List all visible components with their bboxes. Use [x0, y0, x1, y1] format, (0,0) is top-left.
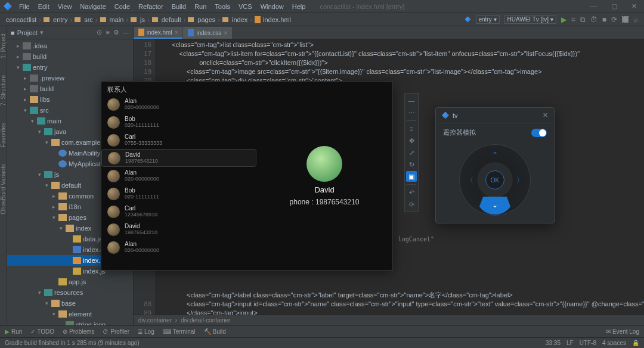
menu-help[interactable]: Help [289, 2, 309, 11]
gutter-tab-variants[interactable]: OhosBuild Variants [0, 161, 7, 217]
minimize-icon[interactable]: — [587, 1, 600, 11]
contact-row[interactable]: Bob020-11111111 [101, 113, 256, 131]
close-icon[interactable]: × [224, 30, 227, 36]
remote-toggle[interactable] [531, 129, 547, 137]
dpad-up[interactable]: ⌃ [490, 150, 500, 160]
gutter-tab-structure[interactable]: 7: Structure [0, 73, 7, 108]
crumb[interactable]: pages [197, 16, 215, 23]
dpad-ok[interactable]: OK [485, 170, 504, 189]
tree-item[interactable]: app.js [7, 276, 133, 287]
contact-row[interactable]: David19876543210 [101, 220, 256, 238]
previewer-toolbar: — ⋯ ≡ ✥ ⤢ ↻ ▣ ↶ ⟳ [404, 93, 419, 212]
locate-icon[interactable]: ⊙ [97, 29, 102, 36]
tree-label: .preview [40, 74, 64, 82]
contact-row[interactable]: Bob020-11111111 [101, 185, 256, 203]
close-icon[interactable]: × [175, 29, 178, 36]
prev-move-icon[interactable]: ✥ [406, 135, 417, 146]
crumb-file[interactable]: index.hml [263, 16, 291, 23]
dpad-left[interactable]: 〈 [465, 175, 475, 185]
menu-view[interactable]: View [54, 2, 76, 11]
menu-navigate[interactable]: Navigate [76, 2, 109, 11]
prev-zoom-icon[interactable]: ⤢ [406, 147, 417, 158]
status-enc[interactable]: UTF-8 [580, 340, 596, 346]
run-icon[interactable]: ▶ [561, 15, 566, 24]
tool-log[interactable]: ≣Log [138, 328, 154, 335]
status-pos[interactable]: 33:35 [546, 340, 561, 346]
crumb[interactable]: main [110, 16, 124, 23]
stop-icon[interactable]: ■ [602, 15, 606, 24]
status-lock-icon[interactable]: 🔒 [632, 340, 639, 346]
menu-file[interactable]: File [16, 2, 33, 11]
prev-rotate-icon[interactable]: ↻ [406, 159, 417, 170]
crumb[interactable]: index [232, 16, 247, 23]
contact-list-pane: 联系人 Alan020-00000000Bob020-11111111Carl0… [101, 82, 256, 270]
tool-run[interactable]: ▶Run [5, 328, 22, 335]
tree-item[interactable]: entry [7, 62, 133, 73]
menu-run[interactable]: Run [191, 2, 210, 11]
tree-item[interactable]: base [7, 298, 133, 309]
tool-problems[interactable]: ⊘Problems [63, 328, 94, 335]
contact-row[interactable]: Alan020-00000000 [101, 95, 256, 113]
coverage-icon[interactable]: ⧉ [580, 15, 586, 24]
contact-row[interactable]: David19876543210 [101, 149, 256, 167]
tool-terminal[interactable]: ⌨Terminal [163, 328, 196, 335]
search-icon[interactable]: ⌕ [634, 15, 638, 24]
status-lf[interactable]: LF [566, 340, 574, 346]
maximize-icon[interactable]: ▢ [608, 1, 621, 11]
hide-icon[interactable]: — [123, 29, 129, 36]
prev-refresh-icon[interactable]: ⟳ [406, 199, 417, 210]
tree-item[interactable]: build [7, 51, 133, 62]
menu-edit[interactable]: Edit [35, 2, 53, 11]
file-icon [138, 29, 144, 36]
contact-row[interactable]: Carl0755-33333333 [101, 131, 256, 149]
contact-row[interactable]: Carl12345678910 [101, 203, 256, 220]
tool-eventlog[interactable]: ✉Event Log [606, 328, 639, 335]
close-icon[interactable]: ✕ [543, 111, 548, 119]
close-icon[interactable]: ✕ [628, 1, 640, 11]
contact-row[interactable]: Alan020-00000000 [101, 238, 256, 256]
prev-menu-icon[interactable]: ≡ [406, 123, 417, 134]
tree-item[interactable]: .idea [7, 41, 133, 51]
module-selector[interactable]: entry ▾ [476, 15, 500, 24]
tab-index-css[interactable]: index.css× [183, 27, 232, 39]
gutter-tab-favorites[interactable]: Favorites [0, 120, 7, 150]
gutter-tab-project[interactable]: 1: Project [0, 31, 7, 61]
dpad-right[interactable]: 〉 [515, 175, 525, 185]
crumb[interactable]: default [162, 16, 181, 23]
prev-min-icon[interactable]: — [406, 95, 417, 106]
tool-build[interactable]: 🔨Build [204, 328, 226, 335]
debug-icon[interactable]: ⌗ [571, 15, 575, 24]
bc-part[interactable]: div.detail-container [181, 317, 230, 324]
prev-more-icon[interactable]: ⋯ [406, 107, 417, 118]
crumb[interactable]: src [84, 16, 93, 23]
prev-back-icon[interactable]: ↶ [406, 187, 417, 198]
menu-build[interactable]: Build [168, 2, 190, 11]
contact-row[interactable]: Alan020-00000000 [101, 167, 256, 185]
crumb[interactable]: entry [53, 16, 67, 23]
tool-profiler[interactable]: ⏱Profiler [103, 328, 129, 335]
tree-item[interactable]: resources [7, 287, 133, 298]
prev-remote-icon[interactable]: ▣ [406, 171, 417, 182]
tab-index-hml[interactable]: index.hml× [134, 27, 183, 39]
menu-code[interactable]: Code [111, 2, 134, 11]
menu-refactor[interactable]: Refactor [135, 2, 167, 11]
crumb[interactable]: concactlist [6, 16, 36, 23]
tool-todo[interactable]: ✓TODO [30, 328, 54, 335]
tree-item[interactable]: element [7, 309, 133, 319]
dpad-down[interactable]: ⌄ [490, 200, 500, 210]
bc-part[interactable]: div.container [138, 317, 172, 324]
menu-vcs[interactable]: VCS [235, 2, 256, 11]
sync-icon[interactable]: ⟳ [611, 15, 617, 24]
collapse-icon[interactable]: ≡ [106, 29, 109, 36]
menu-window[interactable]: Window [257, 2, 287, 11]
profile-icon[interactable]: ⏱ [590, 15, 597, 24]
menu-tools[interactable]: Tools [211, 2, 234, 11]
settings-icon[interactable]: 🞿 [622, 15, 629, 24]
tree-label: app.js [69, 278, 86, 285]
status-indent[interactable]: 4 spaces [602, 340, 626, 346]
tree-label: element [69, 310, 92, 318]
gear-icon[interactable]: ⚙ [113, 29, 119, 36]
crumb[interactable]: js [140, 16, 145, 23]
run-config-selector[interactable]: HUAWEI Tv [tv] ▾ [504, 15, 556, 24]
tree-item[interactable]: string.json [7, 319, 133, 325]
